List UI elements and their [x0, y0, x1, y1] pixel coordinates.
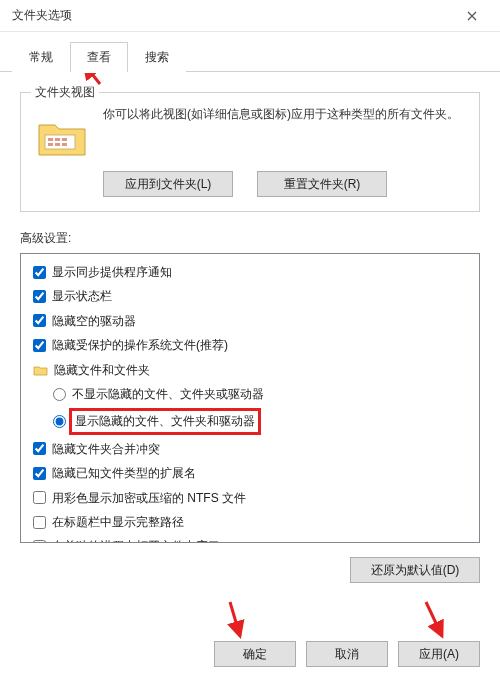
- svg-rect-5: [55, 143, 60, 146]
- radio[interactable]: [53, 415, 66, 428]
- opt-sync-notify[interactable]: 显示同步提供程序通知: [25, 260, 475, 284]
- ok-button[interactable]: 确定: [214, 641, 296, 667]
- radio[interactable]: [53, 388, 66, 401]
- svg-rect-6: [62, 143, 67, 146]
- tabstrip: 常规 查看 搜索: [0, 32, 500, 72]
- tab-view[interactable]: 查看: [70, 42, 128, 72]
- opt-status-bar[interactable]: 显示状态栏: [25, 284, 475, 308]
- tab-search[interactable]: 搜索: [128, 42, 186, 72]
- folder-preview-icon: [35, 111, 91, 161]
- svg-rect-4: [48, 143, 53, 146]
- checkbox[interactable]: [33, 491, 46, 504]
- close-button[interactable]: [452, 2, 492, 30]
- folder-view-group: 文件夹视图 你可以将此视图(如详细信息或图标)应用于这种类型的所有文件夹。 应用…: [20, 92, 480, 212]
- apply-button[interactable]: 应用(A): [398, 641, 480, 667]
- opt-ntfs-color[interactable]: 用彩色显示加密或压缩的 NTFS 文件: [25, 486, 475, 510]
- advanced-settings-tree[interactable]: 显示同步提供程序通知 显示状态栏 隐藏空的驱动器 隐藏受保护的操作系统文件(推荐…: [20, 253, 480, 543]
- checkbox[interactable]: [33, 442, 46, 455]
- group-hidden-files: 隐藏文件和文件夹: [25, 358, 475, 382]
- svg-rect-3: [62, 138, 67, 141]
- svg-rect-1: [48, 138, 53, 141]
- dialog-footer: 确定 取消 应用(A): [214, 641, 480, 667]
- checkbox[interactable]: [33, 314, 46, 327]
- checkbox[interactable]: [33, 266, 46, 279]
- opt-dont-show-hidden[interactable]: 不显示隐藏的文件、文件夹或驱动器: [25, 382, 475, 406]
- window-title: 文件夹选项: [12, 7, 452, 24]
- cancel-button[interactable]: 取消: [306, 641, 388, 667]
- folder-icon: [33, 364, 48, 376]
- opt-full-path[interactable]: 在标题栏中显示完整路径: [25, 510, 475, 534]
- svg-rect-2: [55, 138, 60, 141]
- opt-separate-process[interactable]: 在单独的进程中打开文件夹窗口: [25, 534, 475, 543]
- checkbox[interactable]: [33, 290, 46, 303]
- close-icon: [467, 11, 477, 21]
- apply-to-folders-button[interactable]: 应用到文件夹(L): [103, 171, 233, 197]
- opt-hide-empty-drives[interactable]: 隐藏空的驱动器: [25, 309, 475, 333]
- tab-panel-view: 文件夹视图 你可以将此视图(如详细信息或图标)应用于这种类型的所有文件夹。 应用…: [0, 72, 500, 589]
- opt-show-hidden[interactable]: 显示隐藏的文件、文件夹和驱动器: [25, 406, 475, 436]
- reset-folders-button[interactable]: 重置文件夹(R): [257, 171, 387, 197]
- checkbox[interactable]: [33, 467, 46, 480]
- checkbox[interactable]: [33, 339, 46, 352]
- annotation-arrow-apply: [420, 600, 450, 643]
- titlebar: 文件夹选项: [0, 0, 500, 32]
- folder-view-legend: 文件夹视图: [31, 84, 99, 101]
- advanced-settings-label: 高级设置:: [20, 230, 480, 247]
- opt-merge-conflict[interactable]: 隐藏文件夹合并冲突: [25, 437, 475, 461]
- annotation-arrow-ok: [222, 600, 248, 643]
- opt-hide-extensions[interactable]: 隐藏已知文件类型的扩展名: [25, 461, 475, 485]
- folder-view-description: 你可以将此视图(如详细信息或图标)应用于这种类型的所有文件夹。: [103, 105, 465, 124]
- checkbox[interactable]: [33, 540, 46, 543]
- svg-rect-0: [45, 135, 75, 149]
- checkbox[interactable]: [33, 516, 46, 529]
- restore-defaults-button[interactable]: 还原为默认值(D): [350, 557, 480, 583]
- opt-hide-protected[interactable]: 隐藏受保护的操作系统文件(推荐): [25, 333, 475, 357]
- tab-general[interactable]: 常规: [12, 42, 70, 72]
